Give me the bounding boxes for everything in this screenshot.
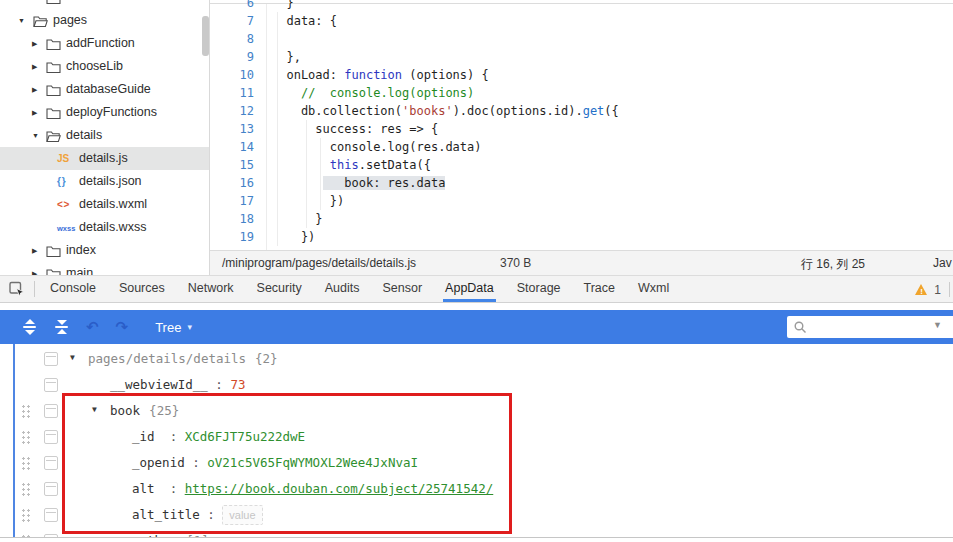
code-text: }) [272, 192, 344, 210]
file-tree-item[interactable]: ▶addFunction [0, 32, 209, 55]
triangle-right-icon[interactable]: ▶ [32, 108, 37, 117]
file-tree-item[interactable]: wxssdetails.wxss [0, 216, 209, 239]
toolbar-buttons: ↶ ↷ Tree ▾ [22, 319, 192, 335]
code-editor[interactable]: 6 }7 data: {89 },10 onLoad: function (op… [210, 0, 953, 250]
expand-all-icon[interactable] [22, 319, 37, 335]
undo-icon[interactable]: ↶ [86, 319, 99, 335]
tree-value[interactable]: 73 [230, 377, 245, 392]
drag-handle-icon[interactable] [21, 456, 30, 470]
file-tree-item[interactable]: ▶index [0, 239, 209, 262]
file-name: addFunction [66, 36, 135, 51]
code-line[interactable]: 15 this.setData({ [210, 156, 953, 174]
file-tree-item[interactable]: JSdetails.js [0, 147, 209, 170]
debugger-tab-bar: ConsoleSourcesNetworkSecurityAuditsSenso… [0, 275, 953, 303]
editor-status-bar: /miniprogram/pages/details/details.js 37… [210, 250, 953, 275]
file-tree-item[interactable]: ▶databaseGuide [0, 78, 209, 101]
inspect-element-icon[interactable] [8, 280, 26, 298]
row-checkbox-icon[interactable] [44, 508, 58, 522]
line-number: 14 [210, 138, 254, 156]
tab-audits[interactable]: Audits [323, 276, 362, 302]
row-checkbox-icon[interactable] [44, 482, 58, 496]
drag-handle-icon[interactable] [21, 508, 30, 522]
file-tree-item[interactable] [0, 0, 209, 9]
warning-icon: ! [915, 284, 928, 296]
view-mode-dropdown[interactable]: Tree ▾ [155, 320, 192, 335]
file-name: details.js [79, 151, 128, 166]
drag-handle-icon[interactable] [21, 482, 30, 496]
code-line[interactable]: 19 }) [210, 228, 953, 246]
row-checkbox-icon[interactable] [44, 430, 58, 444]
file-tree-item[interactable]: ▶chooseLib [0, 55, 209, 78]
folder-icon [46, 37, 61, 55]
tab-console[interactable]: Console [48, 276, 98, 302]
triangle-down-icon[interactable]: ▼ [70, 353, 75, 363]
code-line[interactable]: 8 [210, 30, 953, 48]
code-text: onLoad: function (options) { [272, 66, 489, 84]
code-line[interactable]: 18 } [210, 210, 953, 228]
code-line[interactable]: 13 success: res => { [210, 120, 953, 138]
tree-row-content: pages/details/details{2} [88, 351, 278, 367]
line-number: 12 [210, 102, 254, 120]
code-line[interactable]: 14 console.log(res.data) [210, 138, 953, 156]
code-line[interactable]: 17 }) [210, 192, 953, 210]
code-line[interactable]: 11 // console.log(options) [210, 84, 953, 102]
book-highlight-box [62, 393, 512, 534]
code-text: console.log(res.data) [272, 138, 482, 156]
code-line[interactable]: 12 db.collection('books').doc(options.id… [210, 102, 953, 120]
code-line[interactable]: 16 book: res.data [210, 174, 953, 192]
tab-appdata[interactable]: AppData [443, 276, 496, 302]
code-line[interactable]: 6 } [210, 0, 953, 12]
key-value-separator: : [208, 377, 231, 392]
row-checkbox-icon[interactable] [44, 378, 58, 392]
row-checkbox-icon[interactable] [44, 352, 58, 366]
row-checkbox-icon[interactable] [44, 456, 58, 470]
line-number: 19 [210, 228, 254, 246]
tab-wxml[interactable]: Wxml [636, 276, 671, 302]
file-name: deployFunctions [66, 105, 157, 120]
tab-sources[interactable]: Sources [117, 276, 167, 302]
editor-lines: 6 }7 data: {89 },10 onLoad: function (op… [210, 0, 953, 246]
drag-handle-icon[interactable] [21, 430, 30, 444]
code-line[interactable]: 9 }, [210, 48, 953, 66]
tab-trace[interactable]: Trace [582, 276, 618, 302]
drag-handle-icon[interactable] [21, 404, 30, 418]
triangle-right-icon[interactable]: ▶ [32, 85, 37, 94]
wxml-file-icon: < > [57, 199, 68, 210]
triangle-down-icon[interactable]: ▼ [32, 131, 39, 140]
sidebar-scrollbar[interactable] [202, 16, 209, 56]
triangle-right-icon[interactable]: ▶ [32, 246, 37, 255]
tab-storage[interactable]: Storage [515, 276, 563, 302]
redo-icon[interactable]: ↷ [116, 319, 129, 335]
file-tree-item[interactable]: < >details.wxml [0, 193, 209, 216]
indent-guide [277, 12, 278, 246]
warning-indicator[interactable]: ! 1 [915, 283, 941, 297]
tab-sensor[interactable]: Sensor [380, 276, 424, 302]
collapse-all-icon[interactable] [54, 319, 69, 335]
file-tree-item[interactable]: ▶main [0, 262, 209, 276]
search-input[interactable] [812, 317, 928, 338]
file-tree-item[interactable]: ▼details [0, 124, 209, 147]
tab-security[interactable]: Security [255, 276, 304, 302]
file-tree-item[interactable]: ▶deployFunctions [0, 101, 209, 124]
folder-open-icon [46, 129, 61, 147]
code-text: }) [272, 228, 315, 246]
file-name: databaseGuide [66, 82, 151, 97]
tree-row[interactable]: ▼pages/details/details{2} [0, 346, 953, 372]
code-text: success: res => { [272, 120, 438, 138]
folder-icon [46, 0, 61, 9]
tab-bar-right-divider [949, 282, 950, 297]
tab-network[interactable]: Network [186, 276, 236, 302]
file-tree-item[interactable]: { }details.json [0, 170, 209, 193]
line-number: 10 [210, 66, 254, 84]
js-file-icon: JS [57, 153, 69, 164]
code-line[interactable]: 7 data: { [210, 12, 953, 30]
code-line[interactable]: 10 onLoad: function (options) { [210, 66, 953, 84]
file-tree-item[interactable]: ▼pages [0, 9, 209, 32]
file-name: details [66, 128, 102, 143]
triangle-right-icon[interactable]: ▶ [32, 62, 37, 71]
triangle-right-icon[interactable]: ▶ [32, 39, 37, 48]
row-checkbox-icon[interactable] [44, 404, 58, 418]
triangle-down-icon[interactable]: ▼ [18, 16, 25, 25]
search-dropdown-icon[interactable]: ▼ [933, 320, 942, 330]
code-text: this.setData({ [272, 156, 431, 174]
